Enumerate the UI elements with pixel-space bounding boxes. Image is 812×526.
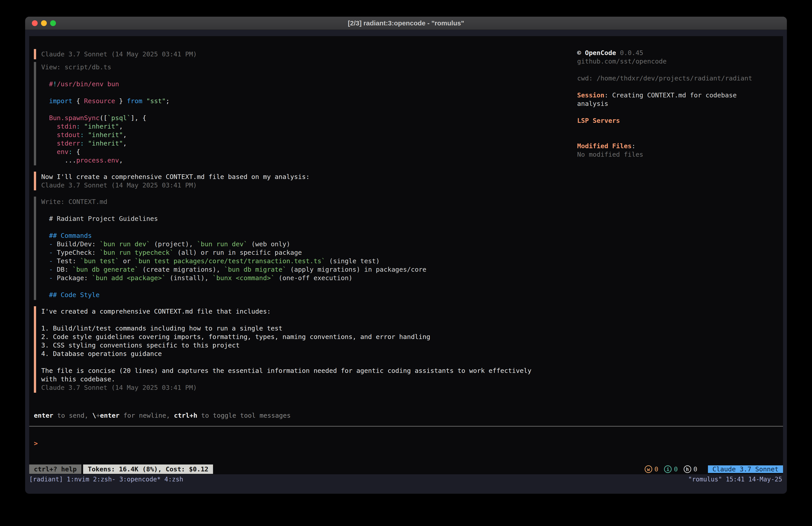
text-line: ## Commands	[41, 231, 577, 240]
hint-count: 0	[694, 465, 697, 473]
text-line: Session: Creating CONTEXT.md for codebas…	[577, 91, 779, 99]
text-line: 1. Build/lint/test commands including ho…	[41, 324, 577, 332]
help-shortcut-chip: ctrl+? help	[29, 465, 81, 474]
text-line: with this codebase.	[41, 375, 577, 383]
text-line	[577, 83, 779, 91]
model-badge: Claude 3.7 Sonnet	[708, 465, 783, 473]
traffic-lights	[32, 17, 56, 30]
text-line: #!/usr/bin/env bun	[41, 80, 577, 88]
text-line: I've created a comprehensive CONTEXT.md …	[41, 307, 577, 316]
editor-divider	[29, 426, 783, 427]
text-line	[41, 71, 577, 80]
keybinding-help: enter to send, \+enter for newline, ctrl…	[34, 411, 783, 420]
text-line: ...process.env,	[41, 156, 577, 165]
text-line: 3. CSS styling conventions specific to t…	[41, 341, 577, 350]
text-line: import { Resource } from "sst";	[41, 97, 577, 105]
window-titlebar[interactable]: [2/3] radiant:3:opencode - "romulus"	[25, 17, 787, 30]
tool-block-view-db-ts: View: script/db.ts #!/usr/bin/env bun im…	[34, 62, 577, 166]
info-count: 0	[674, 465, 678, 473]
text-line	[41, 223, 577, 231]
text-line: Bun.spawnSync([`psql`], {	[41, 114, 577, 122]
tmux-status-bar: [radiant] 1:nvim 2:zsh- 3:opencode* 4:zs…	[29, 474, 783, 484]
opencode-app: Claude 3.7 Sonnet (14 May 2025 03:41 PM)…	[29, 36, 783, 474]
text-line	[41, 358, 577, 366]
text-line	[577, 108, 779, 116]
diagnostic-info: i 0	[664, 465, 678, 473]
warning-count: 0	[654, 465, 658, 473]
text-line	[577, 66, 779, 74]
assistant-message-summary: I've created a comprehensive CONTEXT.md …	[34, 306, 577, 393]
session-sidebar: © OpenCode 0.0.45github.com/sst/opencode…	[577, 36, 783, 437]
text-line: stdout: "inherit",	[41, 131, 577, 139]
close-button[interactable]	[32, 20, 38, 26]
text-line: stdin: "inherit",	[41, 122, 577, 131]
text-line: The file is concise (20 lines) and captu…	[41, 366, 577, 375]
terminal-window: [2/3] radiant:3:opencode - "romulus" Cla…	[25, 17, 787, 494]
text-line: - Build/Dev: `bun run dev` (project), `b…	[41, 240, 577, 248]
text-line: © OpenCode 0.0.45	[577, 48, 779, 57]
text-line: Write: CONTEXT.md	[41, 198, 577, 206]
text-line	[41, 206, 577, 214]
text-line: - Test: `bun test` or `bun test packages…	[41, 257, 577, 265]
window-title: [2/3] radiant:3:opencode - "romulus"	[348, 19, 464, 27]
text-line	[41, 105, 577, 114]
tmux-window-list[interactable]: [radiant] 1:nvim 2:zsh- 3:opencode* 4:zs…	[29, 475, 183, 483]
info-circle-icon: i	[664, 465, 672, 473]
prompt-input[interactable]	[38, 439, 783, 447]
hint-circle-icon: h	[684, 465, 691, 473]
text-line: enter to send, \+enter for newline, ctrl…	[34, 411, 783, 420]
text-line: - DB: `bun db generate` (create migratio…	[41, 265, 577, 274]
diagnostic-warnings: w 0	[645, 465, 658, 473]
text-line: Claude 3.7 Sonnet (14 May 2025 03:41 PM)	[41, 181, 577, 189]
warning-circle-icon: w	[645, 465, 652, 473]
message-header-assistant: Claude 3.7 Sonnet (14 May 2025 03:41 PM)	[34, 49, 577, 59]
text-line: analysis	[577, 99, 779, 108]
status-bar: ctrl+? help Tokens: 16.4K (8%), Cost: $0…	[29, 465, 783, 474]
input-editor: enter to send, \+enter for newline, ctrl…	[34, 411, 783, 447]
text-line: 2. Code style guidelines covering import…	[41, 332, 577, 341]
text-line: stderr: "inherit",	[41, 139, 577, 147]
text-line: cwd: /home/thdxr/dev/projects/radiant/ra…	[577, 74, 779, 83]
assistant-message-analysis: Now I'll create a comprehensive CONTEXT.…	[34, 172, 577, 190]
minimize-button[interactable]	[41, 20, 47, 26]
tmux-session-clock: "romulus" 15:41 14-May-25	[688, 475, 782, 483]
tokens-cost-chip: Tokens: 16.4K (8%), Cost: $0.12	[83, 465, 213, 474]
zoom-button[interactable]	[50, 20, 56, 26]
text-line	[41, 282, 577, 290]
text-line: View: script/db.ts	[41, 63, 577, 71]
text-line: Claude 3.7 Sonnet (14 May 2025 03:41 PM)	[41, 383, 577, 392]
diagnostic-hints: h 0	[684, 465, 697, 473]
text-line: - TypeCheck: `bun run typecheck` (all) o…	[41, 248, 577, 257]
text-line: Modified Files:	[577, 142, 779, 150]
prompt-row: >	[34, 439, 783, 447]
text-line: env: {	[41, 147, 577, 156]
text-line	[577, 125, 779, 133]
tool-block-write-context-md: Write: CONTEXT.md # Radiant Project Guid…	[34, 197, 577, 300]
text-line	[41, 316, 577, 324]
text-line: github.com/sst/opencode	[577, 57, 779, 66]
text-line: No modified files	[577, 150, 779, 159]
prompt-caret-icon: >	[34, 439, 38, 447]
text-line: LSP Servers	[577, 116, 779, 125]
chat-transcript: Claude 3.7 Sonnet (14 May 2025 03:41 PM)…	[29, 36, 577, 437]
text-line: Now I'll create a comprehensive CONTEXT.…	[41, 172, 577, 181]
text-line: 4. Database operations guidance	[41, 350, 577, 358]
status-right-group: w 0 i 0 h 0 Claude 3.7 Sonnet	[645, 465, 783, 474]
text-line: ## Code Style	[41, 290, 577, 299]
text-line: Claude 3.7 Sonnet (14 May 2025 03:41 PM)	[41, 50, 577, 58]
text-line	[41, 88, 577, 97]
text-line: - Package: `bun add <package>` (install)…	[41, 274, 577, 282]
text-line	[577, 133, 779, 142]
text-line: # Radiant Project Guidelines	[41, 214, 577, 223]
